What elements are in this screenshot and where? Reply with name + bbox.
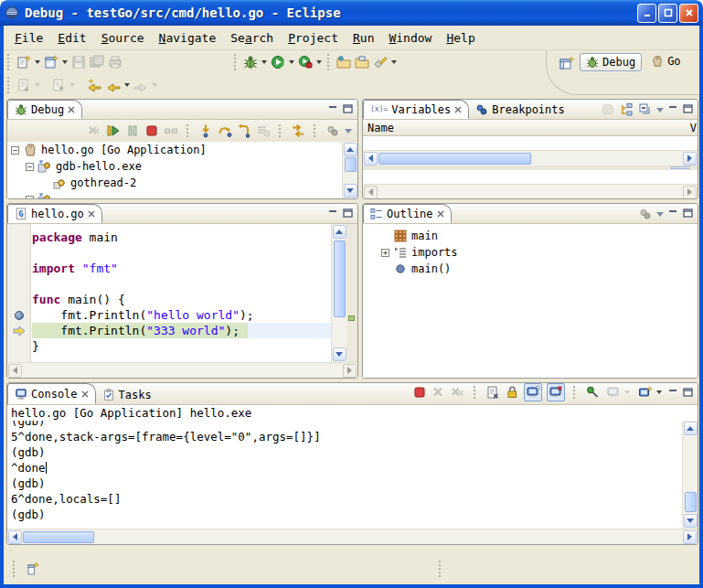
view-menu-icon[interactable] — [656, 108, 664, 112]
collapse-all-icon[interactable] — [638, 102, 653, 117]
menu-file[interactable]: File — [7, 29, 50, 47]
outline-tree-row-2[interactable]: main() — [363, 261, 698, 277]
console-output[interactable]: (gdb) 5^done,stack-args=[frame={level="0… — [7, 421, 682, 529]
new-wizard-button[interactable] — [42, 52, 69, 72]
perspective-go-button[interactable]: Go — [645, 53, 686, 69]
tab-hello-go[interactable]: G hello.go — [7, 204, 102, 223]
close-icon[interactable] — [68, 106, 75, 113]
variables-detail-pane[interactable] — [363, 170, 698, 184]
new-button[interactable] — [15, 52, 42, 72]
scroll-right-icon[interactable] — [683, 152, 697, 166]
step-over-icon[interactable] — [218, 123, 232, 138]
title-bar[interactable]: Debug - testGo/src/cmd/hello.go - Eclips… — [0, 0, 703, 26]
scroll-down-icon[interactable] — [684, 514, 698, 528]
scroll-left-icon[interactable] — [364, 186, 378, 199]
expander-minus-icon[interactable]: − — [26, 163, 34, 171]
scroll-left-icon[interactable] — [364, 152, 378, 166]
editor-gutter[interactable] — [7, 224, 31, 362]
editor-horizontal-scrollbar[interactable] — [7, 362, 357, 378]
scroll-thumb[interactable] — [345, 157, 357, 172]
scroll-thumb[interactable] — [334, 241, 346, 317]
terminate-icon[interactable] — [144, 123, 159, 138]
close-icon[interactable] — [454, 106, 462, 113]
maximize-view-icon[interactable] — [342, 208, 355, 220]
scroll-right-icon[interactable] — [683, 530, 697, 544]
tab-outline[interactable]: Outline — [363, 204, 452, 223]
close-icon[interactable] — [81, 390, 89, 398]
view-menu-icon[interactable] — [345, 129, 352, 134]
tab-tasks[interactable]: Tasks — [96, 385, 158, 404]
code-line-4[interactable] — [32, 276, 331, 292]
toolbar-handle[interactable] — [234, 54, 238, 70]
scroll-left-icon[interactable] — [8, 530, 22, 544]
minimize-view-icon[interactable] — [327, 103, 340, 116]
tab-debug[interactable]: Debug — [7, 100, 82, 119]
drop-to-frame-icon[interactable] — [256, 123, 271, 138]
maximize-view-icon[interactable] — [682, 103, 695, 116]
save-button[interactable] — [69, 52, 88, 72]
menu-edit[interactable]: Edit — [50, 29, 93, 47]
sort-icon[interactable] — [638, 207, 653, 221]
variables-horizontal-scrollbar[interactable] — [363, 150, 698, 166]
code-line-3[interactable]: import "fmt" — [32, 261, 331, 276]
last-edit-location-button[interactable] — [86, 75, 104, 95]
minimize-view-icon[interactable] — [667, 387, 680, 400]
menu-help[interactable]: Help — [439, 29, 482, 47]
menu-navigate[interactable]: Navigate — [152, 29, 224, 47]
editor-overview-ruler[interactable] — [346, 224, 357, 362]
forward-button[interactable] — [132, 75, 159, 95]
detail-horizontal-scrollbar[interactable] — [363, 184, 698, 199]
open-element-button[interactable] — [335, 52, 353, 72]
editor-vertical-scrollbar[interactable] — [331, 224, 346, 362]
debug-vertical-scrollbar[interactable] — [342, 142, 357, 198]
toolbar-handle[interactable] — [7, 54, 11, 70]
maximize-view-icon[interactable] — [342, 103, 355, 116]
scroll-up-icon[interactable] — [344, 143, 357, 156]
scroll-left-icon[interactable] — [8, 364, 22, 378]
scroll-up-icon[interactable] — [333, 225, 346, 239]
outline-tree-row-0[interactable]: main — [363, 228, 698, 244]
show-stderr-toggle[interactable] — [547, 383, 565, 401]
variables-column-header[interactable]: Name V — [363, 120, 698, 136]
variables-tree-empty[interactable] — [363, 136, 698, 150]
terminate-icon[interactable] — [412, 385, 427, 400]
statusbar-handle[interactable] — [439, 561, 442, 577]
tab-console[interactable]: Console — [7, 383, 96, 404]
console-vertical-scrollbar[interactable] — [682, 421, 698, 529]
toolbar-handle[interactable] — [327, 54, 331, 70]
remove-all-terminated-icon[interactable] — [87, 123, 101, 138]
tab-breakpoints[interactable]: Breakpoints — [469, 100, 570, 119]
use-step-filters-icon[interactable] — [291, 123, 305, 138]
fast-view-icon[interactable] — [26, 561, 40, 576]
back-button[interactable] — [104, 75, 132, 95]
menu-run[interactable]: Run — [346, 29, 381, 47]
scroll-down-icon[interactable] — [333, 347, 346, 361]
show-logical-structure-icon[interactable] — [620, 102, 634, 117]
resume-icon[interactable] — [106, 123, 121, 138]
code-line-5[interactable]: func main() { — [32, 292, 331, 307]
scroll-right-icon[interactable] — [343, 364, 357, 378]
scroll-thumb[interactable] — [685, 492, 697, 512]
editor-code-area[interactable]: package main import "fmt" func main() { … — [32, 224, 331, 362]
minimize-view-icon[interactable] — [667, 103, 680, 116]
clear-console-icon[interactable] — [485, 385, 500, 400]
toolbar-handle[interactable] — [7, 77, 11, 93]
step-return-icon[interactable] — [237, 123, 251, 138]
close-icon[interactable] — [88, 210, 95, 218]
maximize-view-icon[interactable] — [682, 208, 695, 220]
debug-launch-button[interactable] — [241, 52, 269, 72]
code-line-6[interactable]: fmt.Println("hello world"); — [32, 307, 331, 323]
pin-console-icon[interactable] — [585, 385, 600, 400]
expander-plus-icon[interactable]: + — [381, 249, 389, 257]
menu-window[interactable]: Window — [381, 29, 439, 47]
breakpoint-icon[interactable] — [15, 311, 24, 320]
statusbar-handle[interactable] — [13, 561, 16, 577]
expander-minus-icon[interactable]: − — [11, 146, 19, 155]
remove-launch-icon[interactable] — [431, 385, 446, 400]
code-line-7[interactable]: fmt.Println("333 world"); — [32, 323, 331, 338]
code-line-2[interactable] — [32, 245, 331, 261]
external-tools-button[interactable] — [296, 52, 324, 72]
minimize-button[interactable] — [637, 4, 656, 23]
scroll-up-icon[interactable] — [684, 422, 698, 435]
run-launch-button[interactable] — [269, 52, 296, 72]
